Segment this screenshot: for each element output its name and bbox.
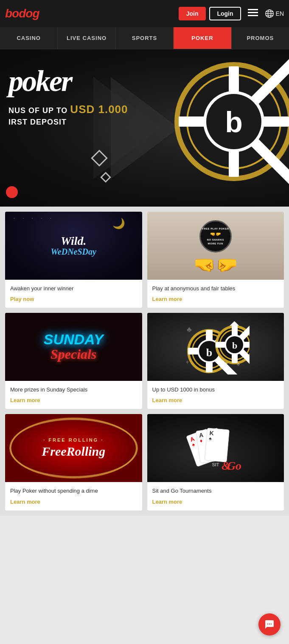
card-sitgo-desc: Sit and Go Tournaments [152,487,279,495]
slide-indicator[interactable] [6,186,18,198]
nav-promos[interactable]: PROMOS [232,27,289,49]
card-sitgo-image: A ♠ A ♦ K ♠ SIT & [147,414,284,482]
svg-text:b: b [206,346,212,359]
anon-badge-circle: FREE PLAY POKER 🤜🤛 NO SHARKS MORE FUN [199,220,232,252]
wild-text-block: Wild. WeDNeSDay [51,235,96,257]
sunday-subtitle-text: Specials [44,346,104,362]
card-wild-body: Awaken your inner winner Play now [5,280,142,308]
card-sit-go[interactable]: A ♠ A ♦ K ♠ SIT & [147,414,284,510]
card-sunday-body: More prizes in Sunday Specials Learn mor… [5,381,142,409]
nav-sports[interactable]: SPORTS [116,27,174,49]
card-bonus-desc: Up to USD 1000 in bonus [152,386,279,394]
svg-text:♠: ♠ [237,360,240,367]
svg-text:♦: ♦ [186,358,189,365]
sunday-title-text: SUNDAY [44,332,104,346]
card-anon-link[interactable]: Learn more [152,296,182,302]
svg-text:b: b [232,340,237,351]
brand-logo[interactable]: bodog [5,7,39,20]
card-anon-body: Play at anonymous and fair tables Learn … [147,280,284,308]
card-bonus-image: b b ♣ ♠ ♦ [147,313,284,381]
promotions-grid: · · · · · 🌙 Wild. WeDNeSDay Awaken your … [0,207,289,516]
card-bonus[interactable]: b b ♣ ♠ ♦ [147,313,284,409]
card-sunday-image: SUNDAY Specials [5,313,142,381]
hero-subtitle-deposit: IRST DEPOSIT [8,118,128,127]
wild-moon-icon: 🌙 [112,218,125,230]
card-anon-desc: Play at anonymous and fair tables [152,285,279,292]
nav-casino[interactable]: CASINO [0,27,58,49]
hero-subtitle-bonus: NUS OF UP TO USD 1.000 [8,103,128,116]
svg-rect-1 [248,12,258,13]
free-rolling-title: FreeRolling [42,444,105,459]
hero-text-block: PoKeR NUS OF UP TO USD 1.000 IRST DEPOSI… [0,66,137,127]
card-sunday-link[interactable]: Learn more [10,397,40,403]
svg-rect-2 [248,15,258,16]
header-actions: Join Login EN [179,6,284,21]
card-free-body: Play Poker without spending a dime Learn… [5,482,142,510]
svg-text:b: b [225,106,243,138]
wild-stars-deco: · · · · · [14,216,55,221]
header: bodog Join Login EN [0,0,289,27]
card-free-link[interactable]: Learn more [10,499,40,505]
menu-icon[interactable] [244,6,261,21]
card-sunday-desc: More prizes in Sunday Specials [10,386,137,394]
login-button[interactable]: Login [209,7,241,20]
svg-rect-0 [248,9,258,10]
hero-banner: ♠ PoKeR NUS OF UP TO USD 1.000 IRST DEPO… [0,49,289,207]
wild-subtitle-text: WeDNeSDay [51,247,96,257]
nav-poker[interactable]: POKER [174,27,231,49]
card-wild-desc: Awaken your inner winner [10,285,137,292]
nav-live-casino[interactable]: LIVE CASINO [58,27,115,49]
card-sunday[interactable]: SUNDAY Specials More prizes in Sunday Sp… [5,313,142,409]
card-wild-link[interactable]: Play now [10,296,34,302]
hero-chip-graphic: b [170,58,289,185]
wild-title-text: Wild. [51,235,96,247]
free-text-block: · FREE ROLLING · FreeRolling [42,437,105,459]
card-free-rolling[interactable]: · FREE ROLLING · FreeRolling Play Poker … [5,414,142,510]
card-anon-image: FREE PLAY POKER 🤜🤛 NO SHARKS MORE FUN 🤜🤛 [147,212,284,280]
card-free-desc: Play Poker without spending a dime [10,487,137,495]
sitgo-cards-graphic: A ♠ A ♦ K ♠ SIT & [182,420,250,476]
svg-rect-47 [205,428,229,462]
language-selector[interactable]: EN [265,9,284,18]
card-bonus-body: Up to USD 1000 in bonus Learn more [147,381,284,409]
card-bonus-link[interactable]: Learn more [152,397,182,403]
join-button[interactable]: Join [179,7,206,20]
card-sitgo-link[interactable]: Learn more [152,499,182,505]
main-nav: CASINO LIVE CASINO SPORTS POKER PROMOS [0,27,289,49]
hero-title: PoKeR [8,66,128,96]
language-label: EN [276,10,284,17]
fist-bump-icon: 🤜🤛 [194,254,238,275]
svg-text:Go: Go [227,459,241,472]
sunday-text-block: SUNDAY Specials [44,332,104,362]
card-wild-image: · · · · · 🌙 Wild. WeDNeSDay [5,212,142,280]
card-wild-wednesday[interactable]: · · · · · 🌙 Wild. WeDNeSDay Awaken your … [5,212,142,308]
bonus-chips-graphic: b b ♣ ♠ ♦ [182,319,250,374]
card-sitgo-body: Sit and Go Tournaments Learn more [147,482,284,510]
svg-text:♣: ♣ [187,325,192,334]
svg-text:SIT: SIT [212,462,219,467]
card-free-image: · FREE ROLLING · FreeRolling [5,414,142,482]
card-anonymous[interactable]: FREE PLAY POKER 🤜🤛 NO SHARKS MORE FUN 🤜🤛… [147,212,284,308]
